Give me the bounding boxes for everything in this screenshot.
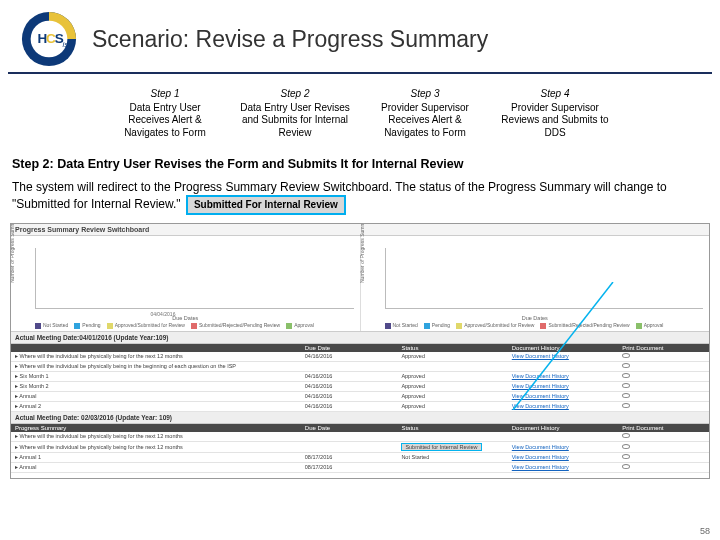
- table-row: ▸ Annual 108/17/2016Not StartedView Docu…: [11, 453, 709, 463]
- view-history-link[interactable]: View Document History: [512, 454, 569, 460]
- print-icon[interactable]: [622, 433, 630, 438]
- table-row: ▸ Annual04/16/2016ApprovedView Document …: [11, 392, 709, 402]
- chart-left-legend: Not Started Pending Approved/Submitted f…: [35, 322, 354, 329]
- page-title: Scenario: Revise a Progress Summary: [92, 26, 488, 53]
- table-row: ▸ Annual08/17/2016View Document History: [11, 463, 709, 473]
- view-history-link[interactable]: View Document History: [512, 383, 569, 389]
- print-icon[interactable]: [622, 383, 630, 388]
- view-history-link[interactable]: View Document History: [512, 403, 569, 409]
- print-icon[interactable]: [622, 353, 630, 358]
- table-row: ▸ Annual 204/16/2016ApprovedView Documen…: [11, 402, 709, 412]
- step-3: Step 3 Provider Supervisor Receives Aler…: [369, 88, 481, 139]
- table-row: ▸ Six Month 104/16/2016ApprovedView Docu…: [11, 372, 709, 382]
- print-icon[interactable]: [622, 403, 630, 408]
- print-icon[interactable]: [622, 444, 630, 449]
- table-header-2: Progress Summary Due Date Status Documen…: [11, 424, 709, 432]
- view-history-link[interactable]: View Document History: [512, 393, 569, 399]
- group-1-title: Actual Meeting Date:04/01/2016 (Update Y…: [11, 332, 709, 344]
- table-row: ▸ Six Month 204/16/2016ApprovedView Docu…: [11, 382, 709, 392]
- view-history-link[interactable]: View Document History: [512, 464, 569, 470]
- view-history-link[interactable]: View Document History: [512, 373, 569, 379]
- chart-right: Number of Progress Summaries Due Dates N…: [361, 236, 710, 331]
- view-history-link[interactable]: View Document History: [512, 353, 569, 359]
- app-screenshot: Progress Summary Review Switchboard Numb…: [10, 223, 710, 479]
- step2-heading: Step 2: Data Entry User Revises the Form…: [0, 153, 720, 177]
- step-flow: Step 1 Data Entry User Receives Alert & …: [0, 82, 720, 153]
- status-highlight: Submitted for Internal Review: [401, 443, 481, 451]
- step-4: Step 4 Provider Supervisor Reviews and S…: [499, 88, 611, 139]
- hcsis-logo: H C S is: [20, 10, 78, 68]
- chart-left: Number of Progress Summaries 04/04/2016 …: [11, 236, 361, 331]
- table-header: Due Date Status Document History Print D…: [11, 344, 709, 352]
- table-row: ▸ Where will the individual be physicall…: [11, 352, 709, 362]
- charts-row: Number of Progress Summaries 04/04/2016 …: [11, 236, 709, 332]
- chart-right-legend: Not Started Pending Approved/Submitted f…: [385, 322, 704, 329]
- page-number: 58: [700, 526, 710, 536]
- slide-header: H C S is Scenario: Revise a Progress Sum…: [8, 0, 712, 74]
- chart-right-plot: [385, 248, 704, 309]
- step-1: Step 1 Data Entry User Receives Alert & …: [109, 88, 221, 139]
- table-row: ▸ Where will the individual be physicall…: [11, 442, 709, 453]
- step-2: Step 2 Data Entry User Revises and Submi…: [239, 88, 351, 139]
- table-row: ▸ Where will the individual be physicall…: [11, 432, 709, 442]
- svg-text:is: is: [63, 40, 69, 49]
- chart-left-plot: [35, 248, 354, 309]
- view-history-link[interactable]: View Document History: [512, 444, 569, 450]
- print-icon[interactable]: [622, 373, 630, 378]
- step2-body: The system will redirect to the Progress…: [0, 177, 720, 221]
- table-row: ▸ Where will the individual be physicall…: [11, 362, 709, 372]
- group-2-title: Actual Meeting Date: 02/03/2016 (Update …: [11, 412, 709, 424]
- print-icon[interactable]: [622, 363, 630, 368]
- print-icon[interactable]: [622, 393, 630, 398]
- print-icon[interactable]: [622, 454, 630, 459]
- print-icon[interactable]: [622, 464, 630, 469]
- status-chip-submitted: Submitted For Internal Review: [186, 195, 346, 215]
